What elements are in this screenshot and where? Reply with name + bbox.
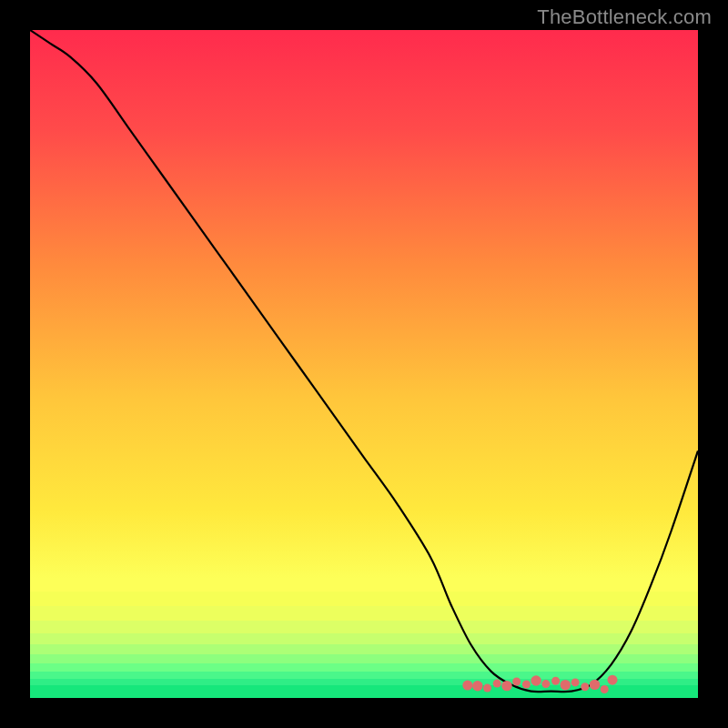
flat-region-dot bbox=[483, 684, 491, 693]
flat-region-dot bbox=[551, 677, 560, 685]
flat-region-dot bbox=[512, 678, 521, 686]
bottleneck-curve bbox=[30, 30, 698, 698]
flat-region-dot bbox=[561, 680, 571, 690]
flat-region-dot bbox=[531, 675, 541, 685]
flat-region-dot bbox=[472, 681, 482, 691]
flat-region-dot bbox=[601, 685, 609, 693]
flat-region-dot bbox=[501, 681, 511, 691]
flat-region-dot bbox=[493, 680, 501, 688]
chart-frame: TheBottleneck.com bbox=[0, 0, 728, 728]
flat-region-dot bbox=[462, 681, 472, 691]
flat-region-dot bbox=[608, 675, 618, 685]
plot-area bbox=[30, 30, 698, 698]
watermark-text: TheBottleneck.com bbox=[537, 5, 712, 29]
flat-region-dot bbox=[581, 682, 589, 691]
flat-region-dot bbox=[522, 681, 531, 689]
flat-region-dot bbox=[590, 680, 600, 690]
flat-region-dot bbox=[571, 678, 580, 686]
flat-region-dot bbox=[541, 680, 550, 688]
